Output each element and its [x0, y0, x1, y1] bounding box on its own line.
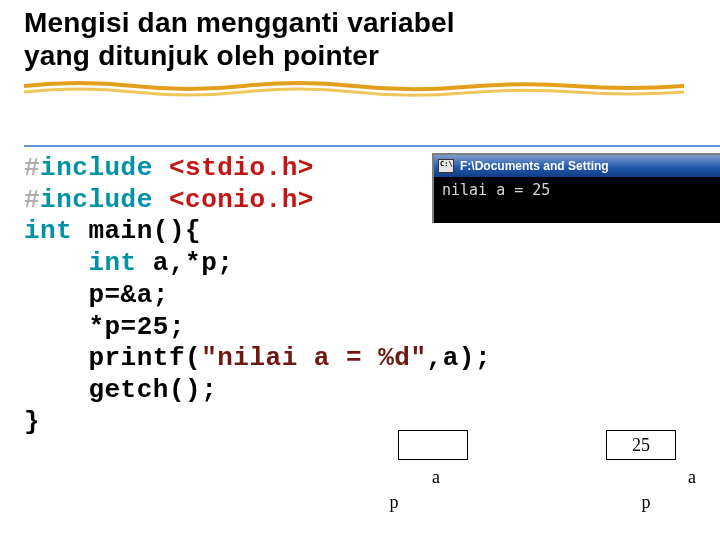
- cmd-icon: [438, 159, 454, 173]
- label-p-1: p: [384, 492, 404, 513]
- title-line-1: Mengisi dan mengganti variabel: [24, 7, 455, 38]
- console-output: nilai a = 25: [434, 177, 720, 203]
- label-a-1: a: [426, 467, 446, 488]
- slide-title: Mengisi dan mengganti variabel yang ditu…: [24, 6, 455, 72]
- console-window: F:\Documents and Setting nilai a = 25: [432, 153, 720, 223]
- box-a-empty: [398, 430, 468, 460]
- console-titlebar: F:\Documents and Setting: [434, 155, 720, 177]
- console-title: F:\Documents and Setting: [460, 159, 609, 173]
- title-line-2: yang ditunjuk oleh pointer: [24, 40, 379, 71]
- box-a-filled: 25: [606, 430, 676, 460]
- decorative-underline: [24, 78, 684, 100]
- diagram-after: 25 a p: [606, 430, 716, 520]
- label-p-2: p: [636, 492, 656, 513]
- diagram-before: a p: [398, 430, 508, 520]
- label-a-2: a: [682, 467, 702, 488]
